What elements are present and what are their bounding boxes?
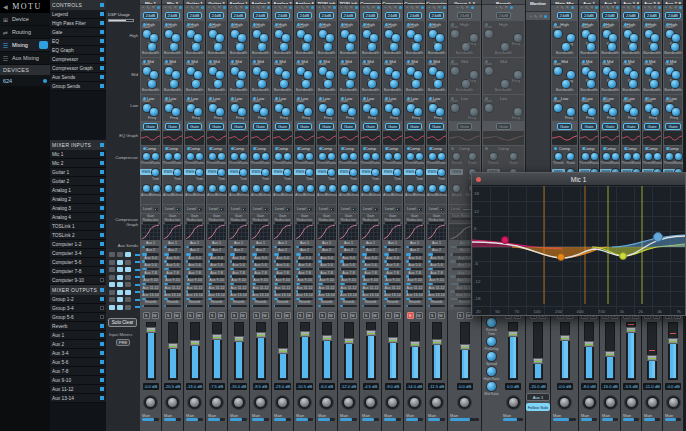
main-send-slider[interactable] bbox=[450, 418, 479, 421]
eq-knob-freq[interactable] bbox=[150, 71, 158, 79]
fader-handle[interactable] bbox=[460, 344, 470, 350]
solo-button[interactable]: S bbox=[407, 312, 414, 319]
settings-icon[interactable]: ⌗ bbox=[540, 14, 543, 19]
checkbox[interactable] bbox=[100, 242, 104, 246]
fader-track[interactable] bbox=[605, 322, 615, 380]
aux-send-slider[interactable] bbox=[164, 260, 181, 263]
controls-master-toggle[interactable] bbox=[100, 3, 104, 7]
hpf-button[interactable]: 24dB bbox=[581, 12, 597, 19]
control-eq[interactable]: EQ bbox=[50, 37, 106, 46]
gate-button[interactable]: Gate bbox=[275, 123, 290, 130]
fader-track[interactable] bbox=[168, 322, 178, 380]
checkbox[interactable] bbox=[100, 57, 104, 61]
gate-button[interactable]: Gate bbox=[209, 123, 224, 130]
hpf-button[interactable]: 24dB bbox=[341, 12, 357, 19]
mute-button[interactable]: M bbox=[350, 312, 357, 319]
eq-knob-freq[interactable] bbox=[436, 34, 444, 42]
fader-handle[interactable] bbox=[508, 331, 518, 337]
aux-send-slider[interactable] bbox=[318, 290, 335, 293]
comp-knob-trim[interactable] bbox=[196, 169, 203, 176]
aux-visibility-toggle[interactable] bbox=[125, 290, 131, 295]
aux-send-slider[interactable] bbox=[296, 253, 313, 256]
pan-knob[interactable] bbox=[666, 395, 681, 410]
eq-knob-freq[interactable] bbox=[194, 71, 202, 79]
eq-curves[interactable] bbox=[472, 186, 685, 304]
mixer-output-aux-2[interactable]: Aux 2 bbox=[50, 340, 106, 349]
comp-knob-attack[interactable] bbox=[363, 185, 370, 192]
aux-send-slider[interactable] bbox=[406, 283, 423, 286]
aux-send-slider[interactable] bbox=[340, 275, 357, 278]
pan-knob[interactable] bbox=[275, 395, 290, 410]
checkbox[interactable] bbox=[100, 342, 104, 346]
checkbox[interactable] bbox=[100, 30, 104, 34]
gate-button[interactable]: Gate bbox=[557, 123, 572, 130]
mixer-input-guitar-2[interactable]: Guitar 2 bbox=[50, 177, 106, 186]
comp-knob-thresh[interactable] bbox=[453, 153, 460, 160]
pan-knob[interactable] bbox=[457, 395, 472, 410]
fader-handle[interactable] bbox=[560, 335, 570, 341]
control-eq-graph[interactable]: EQ Graph bbox=[50, 46, 106, 55]
aux-send-slider[interactable] bbox=[340, 246, 357, 249]
comp-knob-trim[interactable] bbox=[394, 169, 401, 176]
aux-send-slider[interactable] bbox=[164, 283, 181, 286]
aux-send-slider[interactable] bbox=[164, 253, 181, 256]
comp-knob-release[interactable] bbox=[307, 185, 314, 192]
aux-send-slider[interactable] bbox=[406, 305, 423, 308]
fader-value[interactable]: -10.5 dB bbox=[296, 383, 314, 390]
main-send-slider[interactable] bbox=[318, 418, 335, 421]
fader-track[interactable] bbox=[300, 322, 310, 380]
aux-send-slider[interactable] bbox=[142, 246, 159, 249]
mixer-input-computer-9-10[interactable]: Computer 9-10 bbox=[50, 276, 106, 285]
comp-knob-ratio[interactable] bbox=[654, 153, 661, 160]
comp-knob-thresh[interactable] bbox=[490, 153, 497, 160]
comp-knob-attack[interactable] bbox=[231, 185, 238, 192]
aux-send-slider[interactable] bbox=[186, 290, 203, 293]
solo-button[interactable]: S bbox=[143, 312, 150, 319]
comp-enable-dot[interactable] bbox=[253, 147, 256, 150]
comp-knob-thresh[interactable] bbox=[253, 153, 260, 160]
main-send-slider[interactable] bbox=[623, 418, 639, 421]
channel-enable-dot[interactable] bbox=[421, 6, 424, 9]
eq-knob-bandwidth[interactable] bbox=[346, 80, 354, 88]
eq-knob-bandwidth[interactable] bbox=[608, 43, 616, 51]
aux-send-slider[interactable] bbox=[208, 283, 225, 286]
eq-knob-freq[interactable] bbox=[282, 71, 290, 79]
solo-button[interactable]: S bbox=[275, 312, 282, 319]
aux-send-slider[interactable] bbox=[186, 298, 203, 301]
mixer-output-group-5-6[interactable]: Group 5-6 bbox=[50, 313, 106, 322]
eq-knob-bandwidth[interactable] bbox=[368, 43, 376, 51]
aux-send-slider[interactable] bbox=[274, 253, 291, 256]
aux-send-slider[interactable] bbox=[296, 283, 313, 286]
comp-knob-release[interactable] bbox=[373, 185, 380, 192]
gate-button[interactable]: Gate bbox=[496, 123, 511, 130]
eq-knob-bandwidth[interactable] bbox=[324, 80, 332, 88]
aux-send-slider[interactable] bbox=[142, 253, 159, 256]
eq-knob-freq[interactable] bbox=[194, 108, 202, 116]
comp-knob-trim[interactable] bbox=[328, 169, 335, 176]
comp-knob-ratio[interactable] bbox=[567, 153, 574, 160]
checkbox[interactable] bbox=[100, 269, 104, 273]
comp-knob-thresh[interactable] bbox=[407, 153, 414, 160]
eq-knob-bandwidth[interactable] bbox=[629, 43, 637, 51]
aux-visibility-toggle[interactable] bbox=[117, 252, 123, 257]
comp-knob-trim[interactable] bbox=[218, 169, 225, 176]
mixer-input-mic-2[interactable]: Mic 2 bbox=[50, 159, 106, 168]
eq-knob-gain[interactable] bbox=[554, 67, 562, 75]
fader-handle[interactable] bbox=[212, 334, 222, 340]
channel-enable-dot[interactable] bbox=[443, 6, 446, 9]
eq-knob-freq[interactable] bbox=[260, 71, 268, 79]
comp-knob-thresh[interactable] bbox=[385, 153, 392, 160]
mute-button[interactable]: M bbox=[152, 312, 159, 319]
eq-knob-freq[interactable] bbox=[370, 108, 378, 116]
eq-knob-freq[interactable] bbox=[630, 34, 638, 42]
mixer-output-reverb[interactable]: Reverb bbox=[50, 322, 106, 331]
eq-knob-freq[interactable] bbox=[172, 108, 180, 116]
aux-send-slider[interactable] bbox=[186, 305, 203, 308]
comp-enable-dot[interactable] bbox=[187, 147, 190, 150]
channel-enable-dot[interactable] bbox=[471, 6, 474, 9]
eq-knob-bandwidth[interactable] bbox=[170, 80, 178, 88]
aux-send-slider[interactable] bbox=[208, 275, 225, 278]
follow-solo-button[interactable]: Follow Solo bbox=[526, 403, 550, 411]
solo-clear-button[interactable]: Solo Clear bbox=[108, 318, 137, 327]
aux-send-slider[interactable] bbox=[274, 268, 291, 271]
